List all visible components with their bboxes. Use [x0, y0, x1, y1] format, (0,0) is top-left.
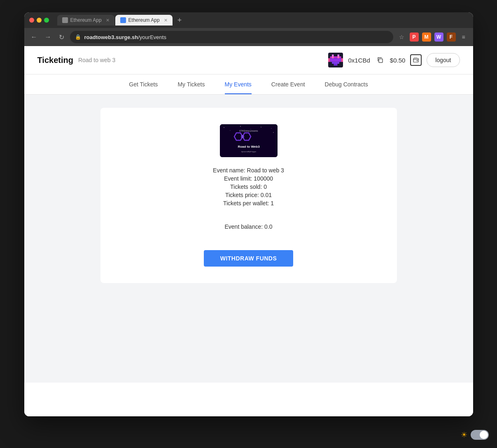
- event-limit-label: Event limit: 100000: [224, 175, 273, 182]
- browser-toolbar: ← → ↻ 🔒 roadtoweb3.surge.sh/yourEvents ☆…: [24, 28, 473, 46]
- close-button[interactable]: [29, 18, 34, 23]
- theme-toggle[interactable]: [471, 430, 489, 440]
- svg-rect-3: [330, 56, 341, 58]
- metamask-icon[interactable]: M: [422, 32, 431, 42]
- svg-point-17: [240, 126, 241, 127]
- pixel-avatar-svg: [328, 53, 343, 67]
- forward-button[interactable]: →: [43, 32, 53, 42]
- sun-icon: ☀: [461, 430, 467, 439]
- ext-icon-4[interactable]: F: [447, 32, 456, 42]
- svg-rect-12: [413, 58, 418, 62]
- event-name-label: Event name: Road to web 3: [213, 167, 284, 174]
- tickets-per-wallet-label: Tickets per wallet: 1: [223, 200, 274, 207]
- wallet-icon[interactable]: [410, 54, 422, 66]
- svg-rect-4: [330, 58, 341, 62]
- url-display: roadtoweb3.surge.sh/yourEvents: [84, 34, 388, 40]
- event-balance-label: Event balance: 0.0: [225, 223, 273, 230]
- pocket-extension-icon[interactable]: P: [410, 32, 419, 42]
- lock-icon: 🔒: [75, 34, 81, 40]
- event-image-svg: ETHGlobal presents Road to Web3: [220, 124, 278, 157]
- svg-rect-6: [334, 64, 338, 66]
- svg-point-15: [224, 127, 224, 128]
- bottom-bar: ☀: [461, 430, 489, 440]
- app-header: Ticketing Road to web 3: [24, 46, 473, 74]
- browser-window: Ethereum App ✕ Ethereum App ✕ + ← → ↻ 🔒 …: [24, 12, 473, 416]
- nav-debug-contracts[interactable]: Debug Contracts: [325, 81, 368, 94]
- svg-rect-13: [417, 60, 418, 61]
- app-nav: Get Tickets My Tickets My Events Create …: [24, 74, 473, 95]
- app-title: Ticketing: [37, 56, 73, 65]
- event-details: Event name: Road to web 3 Event limit: 1…: [213, 167, 284, 207]
- svg-point-16: [230, 130, 230, 130]
- tab-favicon-2: [120, 17, 126, 23]
- withdraw-funds-button[interactable]: WITHDRAW FUNDS: [204, 250, 294, 267]
- tab-close-1[interactable]: ✕: [106, 18, 110, 23]
- back-button[interactable]: ←: [29, 32, 39, 42]
- nav-my-tickets[interactable]: My Tickets: [177, 81, 205, 94]
- svg-point-23: [241, 135, 244, 138]
- svg-rect-5: [332, 62, 339, 64]
- wallet-balance: $0.50: [390, 57, 406, 64]
- nav-create-event[interactable]: Create Event: [271, 81, 305, 94]
- app-content: Ticketing Road to web 3: [24, 46, 473, 416]
- svg-rect-9: [332, 56, 334, 58]
- svg-rect-1: [332, 55, 334, 57]
- nav-my-events[interactable]: My Events: [225, 81, 252, 94]
- wallet-address: 0x1CBd: [348, 57, 370, 64]
- tab-label-2: Ethereum App: [128, 17, 160, 23]
- wallet-svg: [413, 58, 419, 63]
- svg-rect-11: [379, 59, 383, 63]
- menu-icon[interactable]: ≡: [459, 32, 468, 42]
- svg-point-21: [273, 132, 274, 133]
- svg-rect-10: [338, 56, 340, 58]
- url-path: /yourEvents: [138, 34, 166, 40]
- tab-close-2[interactable]: ✕: [164, 18, 168, 23]
- ext-icon-3[interactable]: W: [434, 32, 443, 42]
- app-header-right: 0x1CBd $0.50 logout: [328, 53, 460, 67]
- toolbar-right: ☆ P M W F ≡: [397, 32, 468, 42]
- browser-tab-1[interactable]: Ethereum App ✕: [57, 15, 114, 26]
- browser-titlebar: Ethereum App ✕ Ethereum App ✕ +: [24, 12, 473, 28]
- tickets-price-label: Tickets price: 0.01: [225, 192, 272, 198]
- app-subtitle: Road to web 3: [78, 57, 115, 63]
- event-balance-section: Event balance: 0.0: [225, 223, 273, 230]
- wallet-avatar: [328, 53, 343, 67]
- svg-rect-7: [328, 58, 330, 62]
- nav-get-tickets[interactable]: Get Tickets: [129, 81, 158, 94]
- svg-text:#poweredByPolygon: #poweredByPolygon: [241, 151, 256, 153]
- tab-bar: Ethereum App ✕ Ethereum App ✕ +: [57, 15, 468, 26]
- event-card: ETHGlobal presents Road to Web3: [100, 108, 397, 283]
- refresh-button[interactable]: ↻: [57, 32, 66, 43]
- bookmark-icon[interactable]: ☆: [397, 32, 406, 42]
- app-title-section: Ticketing Road to web 3: [37, 56, 116, 65]
- svg-rect-8: [341, 58, 343, 62]
- url-domain: roadtoweb3.surge.sh: [84, 34, 138, 40]
- main-content: ETHGlobal presents Road to Web3: [24, 95, 473, 383]
- svg-text:Road to Web3: Road to Web3: [238, 145, 260, 149]
- copy-svg: [377, 57, 383, 63]
- toggle-knob: [480, 431, 488, 439]
- tab-favicon-1: [62, 17, 68, 23]
- svg-point-20: [271, 128, 271, 128]
- address-bar[interactable]: 🔒 roadtoweb3.surge.sh/yourEvents: [70, 31, 393, 43]
- tickets-sold-label: Tickets sold: 0: [230, 183, 267, 190]
- svg-text:ETHGlobal presents: ETHGlobal presents: [239, 130, 258, 132]
- minimize-button[interactable]: [37, 18, 42, 23]
- svg-rect-2: [338, 55, 340, 57]
- add-tab-button[interactable]: +: [175, 15, 184, 26]
- maximize-button[interactable]: [44, 18, 49, 23]
- traffic-lights: [29, 18, 49, 23]
- logout-button[interactable]: logout: [427, 53, 460, 67]
- event-image: ETHGlobal presents Road to Web3: [220, 124, 278, 157]
- browser-tab-2[interactable]: Ethereum App ✕: [115, 15, 173, 26]
- copy-address-icon[interactable]: [375, 55, 385, 65]
- tab-label-1: Ethereum App: [70, 17, 102, 23]
- svg-point-19: [261, 127, 261, 127]
